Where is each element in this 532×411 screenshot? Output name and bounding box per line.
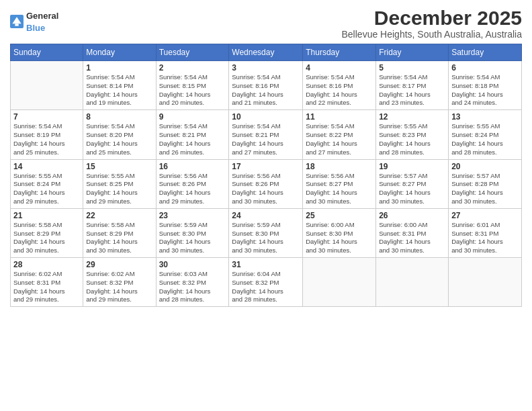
day-number: 25 [306,211,373,220]
calendar-cell: 6Sunrise: 5:54 AM Sunset: 8:18 PM Daylig… [449,61,522,110]
day-number: 29 [86,260,152,269]
day-detail: Sunrise: 6:02 AM Sunset: 8:31 PM Dayligh… [13,270,80,304]
day-detail: Sunrise: 6:00 AM Sunset: 8:30 PM Dayligh… [306,221,373,255]
day-detail: Sunrise: 5:59 AM Sunset: 8:30 PM Dayligh… [232,221,300,255]
day-detail: Sunrise: 5:58 AM Sunset: 8:29 PM Dayligh… [86,221,152,255]
day-detail: Sunrise: 5:59 AM Sunset: 8:30 PM Dayligh… [159,221,226,255]
day-number: 18 [306,162,373,171]
day-number: 28 [13,260,80,269]
calendar-week-row: 14Sunrise: 5:55 AM Sunset: 8:24 PM Dayli… [11,159,522,208]
day-detail: Sunrise: 5:57 AM Sunset: 8:27 PM Dayligh… [379,172,445,206]
page-subtitle: Bellevue Heights, South Australia, Austr… [342,29,523,40]
logo-text-general: General [26,11,58,21]
day-number: 30 [159,260,226,269]
calendar-col-header: Monday [83,44,156,61]
day-detail: Sunrise: 5:55 AM Sunset: 8:24 PM Dayligh… [451,122,519,156]
calendar-cell: 12Sunrise: 5:55 AM Sunset: 8:23 PM Dayli… [376,110,449,159]
day-number: 20 [451,162,519,171]
calendar-cell: 5Sunrise: 5:54 AM Sunset: 8:17 PM Daylig… [376,61,449,110]
calendar-cell: 19Sunrise: 5:57 AM Sunset: 8:27 PM Dayli… [376,159,449,208]
calendar-col-header: Friday [376,44,449,61]
day-detail: Sunrise: 6:04 AM Sunset: 8:32 PM Dayligh… [232,270,300,304]
calendar-cell: 13Sunrise: 5:55 AM Sunset: 8:24 PM Dayli… [449,110,522,159]
calendar-cell: 3Sunrise: 5:54 AM Sunset: 8:16 PM Daylig… [229,61,303,110]
calendar-week-row: 21Sunrise: 5:58 AM Sunset: 8:29 PM Dayli… [11,208,522,257]
page-container: General Blue December 2025 Bellevue Heig… [0,0,532,314]
day-detail: Sunrise: 5:54 AM Sunset: 8:22 PM Dayligh… [306,122,373,156]
calendar-cell [303,258,376,307]
calendar-cell: 31Sunrise: 6:04 AM Sunset: 8:32 PM Dayli… [229,258,303,307]
day-number: 7 [13,112,80,122]
day-number: 12 [379,112,445,122]
calendar-cell [11,61,83,110]
logo-icon [10,15,24,28]
calendar-cell: 26Sunrise: 6:00 AM Sunset: 8:31 PM Dayli… [376,208,449,257]
calendar-cell: 11Sunrise: 5:54 AM Sunset: 8:22 PM Dayli… [303,110,376,159]
day-number: 8 [86,112,152,122]
day-detail: Sunrise: 5:54 AM Sunset: 8:21 PM Dayligh… [159,122,226,156]
day-detail: Sunrise: 5:56 AM Sunset: 8:26 PM Dayligh… [159,172,226,206]
day-detail: Sunrise: 5:56 AM Sunset: 8:27 PM Dayligh… [306,172,373,206]
day-number: 24 [232,211,300,220]
header: General Blue December 2025 Bellevue Heig… [10,7,522,40]
calendar-header-row: SundayMondayTuesdayWednesdayThursdayFrid… [11,44,522,61]
calendar-cell: 20Sunrise: 5:57 AM Sunset: 8:28 PM Dayli… [449,159,522,208]
day-number: 3 [232,63,300,73]
page-title: December 2025 [342,7,523,29]
calendar-cell: 8Sunrise: 5:54 AM Sunset: 8:20 PM Daylig… [83,110,156,159]
logo: General Blue [10,9,58,34]
calendar-cell: 25Sunrise: 6:00 AM Sunset: 8:30 PM Dayli… [303,208,376,257]
day-number: 16 [159,162,226,171]
calendar-cell: 24Sunrise: 5:59 AM Sunset: 8:30 PM Dayli… [229,208,303,257]
calendar-cell: 1Sunrise: 5:54 AM Sunset: 8:14 PM Daylig… [83,61,156,110]
calendar-cell: 10Sunrise: 5:54 AM Sunset: 8:21 PM Dayli… [229,110,303,159]
day-detail: Sunrise: 5:54 AM Sunset: 8:15 PM Dayligh… [159,73,226,107]
calendar-cell: 9Sunrise: 5:54 AM Sunset: 8:21 PM Daylig… [156,110,229,159]
day-number: 9 [159,112,226,122]
day-number: 1 [86,63,152,73]
logo-text-blue: Blue [26,23,45,33]
day-number: 6 [451,63,519,73]
calendar-col-header: Sunday [11,44,83,61]
day-number: 17 [232,162,300,171]
calendar-table: SundayMondayTuesdayWednesdayThursdayFrid… [10,44,522,307]
day-detail: Sunrise: 6:00 AM Sunset: 8:31 PM Dayligh… [379,221,445,255]
day-detail: Sunrise: 5:54 AM Sunset: 8:21 PM Dayligh… [232,122,300,156]
day-detail: Sunrise: 5:54 AM Sunset: 8:18 PM Dayligh… [451,73,519,107]
day-detail: Sunrise: 5:58 AM Sunset: 8:29 PM Dayligh… [13,221,80,255]
day-number: 27 [451,211,519,220]
calendar-cell: 14Sunrise: 5:55 AM Sunset: 8:24 PM Dayli… [11,159,83,208]
calendar-week-row: 1Sunrise: 5:54 AM Sunset: 8:14 PM Daylig… [11,61,522,110]
calendar-cell: 29Sunrise: 6:02 AM Sunset: 8:32 PM Dayli… [83,258,156,307]
day-number: 2 [159,63,226,73]
calendar-cell: 7Sunrise: 5:54 AM Sunset: 8:19 PM Daylig… [11,110,83,159]
calendar-cell: 15Sunrise: 5:55 AM Sunset: 8:25 PM Dayli… [83,159,156,208]
day-detail: Sunrise: 5:54 AM Sunset: 8:14 PM Dayligh… [86,73,152,107]
calendar-cell: 30Sunrise: 6:03 AM Sunset: 8:32 PM Dayli… [156,258,229,307]
day-number: 10 [232,112,300,122]
calendar-cell: 22Sunrise: 5:58 AM Sunset: 8:29 PM Dayli… [83,208,156,257]
calendar-cell: 27Sunrise: 6:01 AM Sunset: 8:31 PM Dayli… [449,208,522,257]
day-number: 23 [159,211,226,220]
day-detail: Sunrise: 5:57 AM Sunset: 8:28 PM Dayligh… [451,172,519,206]
day-detail: Sunrise: 5:55 AM Sunset: 8:24 PM Dayligh… [13,172,80,206]
day-detail: Sunrise: 5:54 AM Sunset: 8:19 PM Dayligh… [13,122,80,156]
day-number: 22 [86,211,152,220]
calendar-cell: 18Sunrise: 5:56 AM Sunset: 8:27 PM Dayli… [303,159,376,208]
svg-rect-2 [15,24,18,26]
day-number: 11 [306,112,373,122]
day-number: 5 [379,63,445,73]
calendar-cell: 16Sunrise: 5:56 AM Sunset: 8:26 PM Dayli… [156,159,229,208]
day-number: 15 [86,162,152,171]
day-detail: Sunrise: 5:55 AM Sunset: 8:25 PM Dayligh… [86,172,152,206]
day-number: 13 [451,112,519,122]
calendar-cell: 28Sunrise: 6:02 AM Sunset: 8:31 PM Dayli… [11,258,83,307]
day-number: 31 [232,260,300,269]
day-number: 4 [306,63,373,73]
day-number: 19 [379,162,445,171]
day-detail: Sunrise: 5:54 AM Sunset: 8:16 PM Dayligh… [232,73,300,107]
calendar-cell [449,258,522,307]
calendar-cell: 17Sunrise: 5:56 AM Sunset: 8:26 PM Dayli… [229,159,303,208]
title-section: December 2025 Bellevue Heights, South Au… [342,7,523,40]
calendar-cell: 2Sunrise: 5:54 AM Sunset: 8:15 PM Daylig… [156,61,229,110]
